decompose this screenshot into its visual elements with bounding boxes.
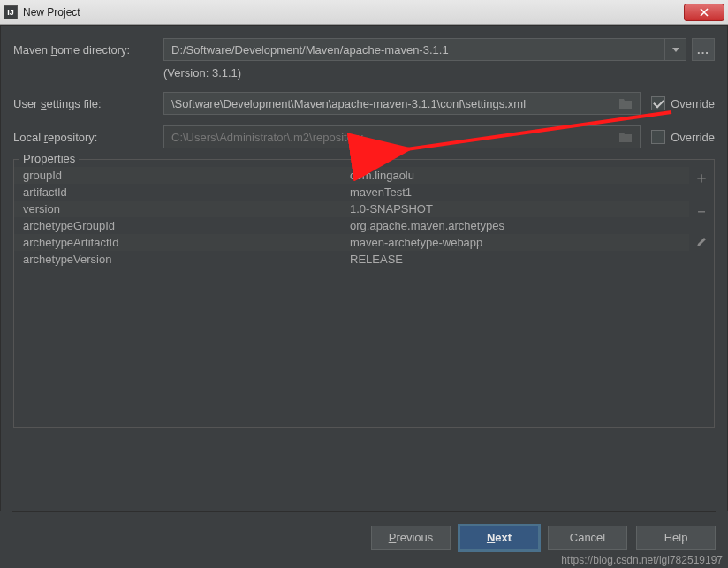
local-repo-label: Local repository: — [13, 131, 163, 144]
maven-version-text: (Version: 3.1.1) — [163, 66, 715, 80]
property-key: version — [23, 202, 350, 216]
property-key: archetypeVersion — [23, 253, 350, 266]
user-settings-override[interactable]: Override — [651, 96, 715, 110]
properties-panel: Properties groupIdcom.lingaoluartifactId… — [13, 159, 715, 428]
maven-home-row: Maven home directory: D:/Software/Develo… — [13, 38, 715, 61]
table-row[interactable]: artifactIdmavenTest1 — [14, 184, 689, 201]
add-property-button[interactable]: ＋ — [694, 167, 709, 188]
maven-home-input[interactable]: D:/Software/Development/Maven/apache-mav… — [163, 38, 665, 61]
previous-button[interactable]: Previous — [371, 526, 451, 550]
maven-home-value: D:/Software/Development/Maven/apache-mav… — [171, 43, 449, 57]
local-repo-row: Local repository: C:\Users\Administrator… — [13, 125, 715, 148]
property-key: artifactId — [23, 186, 350, 199]
property-value: 1.0-SNAPSHOT — [350, 202, 433, 216]
property-value: org.apache.maven.archetypes — [350, 219, 504, 232]
maven-home-browse-button[interactable]: ... — [692, 38, 715, 61]
local-repo-input[interactable]: C:\Users\Administrator\.m2\repository — [163, 125, 641, 148]
table-row[interactable]: archetypeVersionRELEASE — [14, 251, 689, 268]
help-button[interactable]: Help — [636, 526, 716, 550]
properties-table[interactable]: groupIdcom.lingaoluartifactIdmavenTest1v… — [14, 160, 689, 427]
table-row[interactable]: archetypeGroupIdorg.apache.maven.archety… — [14, 217, 689, 234]
override-label: Override — [671, 131, 715, 144]
remove-property-button[interactable]: － — [694, 201, 709, 222]
table-row[interactable]: archetypeArtifactIdmaven-archetype-webap… — [14, 234, 689, 251]
titlebar: IJ New Project — [0, 0, 728, 25]
user-settings-label: User settings file: — [13, 97, 163, 110]
property-key: archetypeArtifactId — [23, 236, 350, 249]
table-row[interactable]: groupIdcom.lingaolu — [14, 167, 689, 184]
property-value: mavenTest1 — [350, 186, 412, 199]
local-repo-override-checkbox[interactable] — [651, 130, 665, 144]
user-settings-override-checkbox[interactable] — [651, 96, 665, 110]
override-label: Override — [671, 97, 715, 110]
maven-home-dropdown[interactable] — [665, 38, 686, 61]
property-key: archetypeGroupId — [23, 219, 350, 232]
properties-title: Properties — [19, 152, 79, 165]
maven-home-label: Maven home directory: — [13, 43, 163, 57]
property-value: maven-archetype-webapp — [350, 236, 482, 249]
edit-property-button[interactable] — [695, 234, 708, 253]
property-key: groupId — [23, 169, 350, 182]
folder-icon — [618, 97, 633, 110]
user-settings-value: \Software\Development\Maven\apache-maven… — [171, 97, 526, 110]
window-title: New Project — [23, 6, 80, 19]
app-icon: IJ — [4, 5, 18, 19]
close-icon — [700, 8, 709, 17]
table-row[interactable]: version1.0-SNAPSHOT — [14, 201, 689, 217]
local-repo-override[interactable]: Override — [651, 130, 715, 144]
folder-icon — [618, 131, 633, 143]
local-repo-value: C:\Users\Administrator\.m2\repository — [171, 131, 363, 144]
chevron-down-icon — [672, 48, 679, 52]
next-button[interactable]: Next — [459, 526, 539, 550]
user-settings-input[interactable]: \Software\Development\Maven\apache-maven… — [163, 92, 641, 115]
properties-tools: ＋ － — [689, 160, 714, 427]
property-value: RELEASE — [350, 253, 403, 266]
pencil-icon — [695, 236, 708, 248]
cancel-button[interactable]: Cancel — [548, 526, 627, 550]
property-value: com.lingaolu — [350, 169, 414, 182]
button-bar: Previous Next Cancel Help — [12, 511, 716, 554]
close-button[interactable] — [684, 4, 724, 21]
watermark: https://blog.csdn.net/lgl782519197 — [561, 554, 723, 566]
dialog-content: Maven home directory: D:/Software/Develo… — [0, 25, 728, 511]
user-settings-row: User settings file: \Software\Developmen… — [13, 92, 715, 115]
